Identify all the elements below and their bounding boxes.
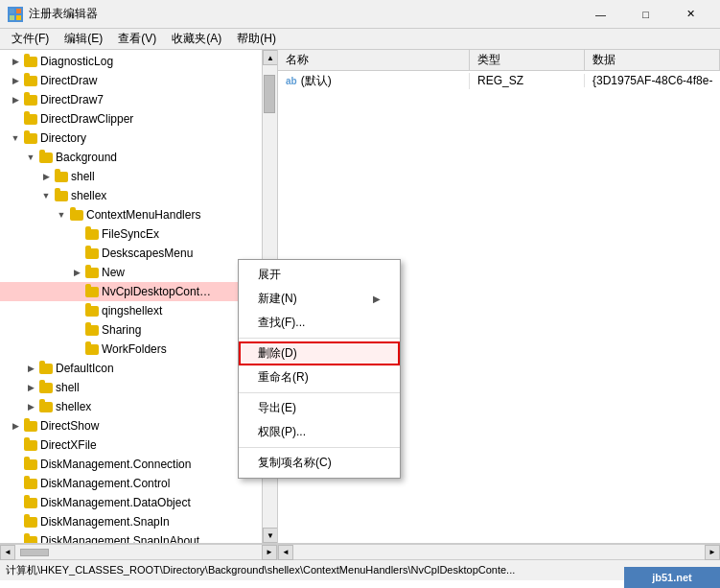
submenu-arrow: ▶ — [373, 294, 381, 304]
col-header-type: 类型 — [470, 50, 585, 70]
folder-icon — [23, 476, 38, 491]
ctx-new[interactable]: 新建(N) ▶ — [239, 287, 400, 311]
tree-arrow — [8, 109, 23, 129]
tree-item-background[interactable]: ▼ Background — [0, 148, 277, 167]
tree-label: DiskManagement.SnapIn — [40, 515, 170, 529]
tree-label: DiagnosticLog — [40, 55, 113, 68]
menu-favorites[interactable]: 收藏夹(A) — [164, 29, 229, 49]
right-hscroll[interactable]: ◄ ► — [278, 545, 720, 559]
hscroll2-track[interactable] — [293, 548, 705, 557]
tree-label: shellex — [71, 189, 106, 202]
col-header-name: 名称 — [278, 50, 470, 70]
tree-arrow — [8, 435, 23, 455]
tree-item-nvcpldesktop[interactable]: NvCplDesktopCont… — [0, 282, 277, 301]
tree-item-new[interactable]: ▶ New — [0, 263, 277, 282]
context-menu: 展开 新建(N) ▶ 查找(F)... 删除(D) 重命名(R) 导出(E) 权… — [238, 259, 401, 479]
tree-item-defaulticon[interactable]: ▶ DefaultIcon — [0, 359, 277, 378]
minimize-button[interactable]: — — [579, 0, 622, 29]
menu-edit[interactable]: 编辑(E) — [57, 29, 110, 49]
tree-item-diskdata[interactable]: DiskManagement.DataObject — [0, 493, 277, 512]
tree-item-directdraw[interactable]: ▶ DirectDraw — [0, 71, 277, 90]
tree-item-sharing[interactable]: Sharing — [0, 320, 277, 340]
tree-item-directshow[interactable]: ▶ DirectShow — [0, 416, 277, 435]
window-controls: — □ ✕ — [579, 0, 712, 29]
hscroll2-right-btn[interactable]: ► — [705, 545, 720, 560]
folder-icon — [84, 265, 100, 280]
tree-item-shell2[interactable]: ▶ shell — [0, 378, 277, 397]
tree-label: qingshellext — [102, 304, 162, 318]
folder-icon — [23, 54, 38, 69]
tree-arrow — [69, 340, 84, 359]
ctx-find[interactable]: 查找(F)... — [239, 311, 400, 335]
folder-icon — [84, 322, 100, 338]
svg-rect-2 — [10, 15, 14, 20]
tree-label: shell — [71, 170, 95, 183]
ctx-permissions[interactable]: 权限(P)... — [239, 420, 400, 444]
tree-item-shellex[interactable]: ▼ shellex — [0, 186, 277, 205]
ctx-expand[interactable]: 展开 — [239, 263, 400, 287]
tree-scroll[interactable]: ▶ DiagnosticLog ▶ DirectDraw ▶ DirectDr — [0, 50, 277, 543]
tree-item-disksnapin[interactable]: DiskManagement.SnapIn — [0, 512, 277, 531]
ctx-export[interactable]: 导出(E) — [239, 396, 400, 420]
scrollbar-thumb[interactable] — [264, 75, 275, 113]
tree-arrow: ▶ — [23, 359, 38, 378]
svg-rect-1 — [16, 9, 21, 13]
menu-view[interactable]: 查看(V) — [110, 29, 164, 49]
tree-item-contextmenuhandlers[interactable]: ▼ ContextMenuHandlers — [0, 205, 277, 224]
ctx-delete[interactable]: 删除(D) — [239, 341, 400, 365]
tree-label: DirectXFile — [40, 438, 97, 452]
right-row-default[interactable]: ab (默认) REG_SZ {3D1975AF-48C6-4f8e- — [278, 71, 720, 90]
tree-item-filesyncex[interactable]: FileSyncEx — [0, 224, 277, 244]
tree-label: ContextMenuHandlers — [86, 208, 200, 222]
tree-item-disksnapabout[interactable]: DiskManagement.SnapInAbout — [0, 531, 277, 543]
folder-icon — [23, 418, 38, 434]
hscroll-thumb[interactable] — [20, 549, 49, 556]
ctx-rename[interactable]: 重命名(R) — [239, 365, 400, 389]
tree-hscroll[interactable]: ◄ ► — [0, 545, 278, 559]
tree-arrow: ▶ — [8, 416, 23, 435]
ctx-sep3 — [239, 447, 400, 448]
tree-label: Sharing — [102, 323, 141, 337]
hscroll2-left-btn[interactable]: ◄ — [278, 545, 293, 560]
tree-arrow — [69, 301, 84, 320]
tree-arrow — [8, 474, 23, 493]
bottom-scrollbars: ◄ ► ◄ ► — [0, 544, 720, 559]
scroll-up-button[interactable]: ▲ — [263, 50, 278, 65]
close-button[interactable]: ✕ — [669, 0, 712, 29]
app-icon — [8, 7, 23, 22]
scroll-down-button[interactable]: ▼ — [263, 528, 278, 543]
tree-item-qingshellext[interactable]: qingshellext — [0, 301, 277, 320]
tree-label: DirectDraw7 — [40, 93, 104, 106]
maximize-button[interactable]: □ — [624, 0, 667, 29]
tree-item-diskconn[interactable]: DiskManagement.Connection — [0, 455, 277, 474]
hscroll-left-btn[interactable]: ◄ — [0, 545, 15, 560]
tree-item-directdraw7[interactable]: ▶ DirectDraw7 — [0, 90, 277, 109]
tree-label: FileSyncEx — [102, 227, 159, 241]
tree-item-deskscapesmenu[interactable]: DeskscapesMenu — [0, 244, 277, 263]
title-bar: 注册表编辑器 — □ ✕ — [0, 0, 720, 29]
menu-help[interactable]: 帮助(H) — [229, 29, 284, 49]
tree-item-directdrawclipper[interactable]: DirectDrawClipper — [0, 109, 277, 129]
tree-item-shell[interactable]: ▶ shell — [0, 167, 277, 186]
hscroll-right-btn[interactable]: ► — [262, 545, 277, 560]
ctx-copyname[interactable]: 复制项名称(C) — [239, 451, 400, 475]
tree-arrow: ▶ — [69, 263, 84, 282]
tree-item-workfolders[interactable]: WorkFolders — [0, 340, 277, 359]
tree-arrow: ▼ — [8, 129, 23, 148]
tree-item-diskctrl[interactable]: DiskManagement.Control — [0, 474, 277, 493]
folder-icon — [38, 399, 54, 414]
folder-icon — [54, 169, 69, 184]
tree-label: DeskscapesMenu — [102, 247, 193, 260]
tree-label: DirectDraw — [40, 74, 97, 87]
ctx-new-label: 新建(N) — [258, 291, 297, 307]
tree-item-shellex2[interactable]: ▶ shellex — [0, 397, 277, 416]
tree-item-directory[interactable]: ▼ Directory — [0, 129, 277, 148]
right-cell-type: REG_SZ — [470, 74, 585, 87]
menu-file[interactable]: 文件(F) — [4, 29, 57, 49]
tree-item-directxfile[interactable]: DirectXFile — [0, 435, 277, 455]
folder-icon — [23, 92, 38, 107]
hscroll-track[interactable] — [15, 548, 262, 557]
tree-label: DefaultIcon — [56, 362, 114, 375]
tree-label: DiskManagement.DataObject — [40, 496, 191, 509]
tree-item-diagnosticlog[interactable]: ▶ DiagnosticLog — [0, 52, 277, 71]
